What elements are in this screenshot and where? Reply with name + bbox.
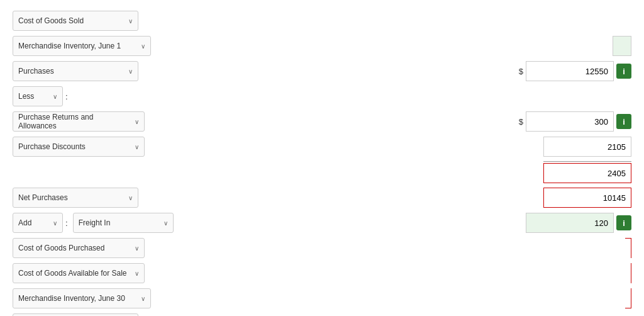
merchandise-june30-label: Merchandise Inventory, June 30 <box>18 294 125 303</box>
chevron-down-icon10: ∨ <box>135 245 139 252</box>
freight-in-info-button[interactable]: i <box>616 215 631 230</box>
net-purchases-input[interactable] <box>543 188 631 208</box>
cost-of-goods-purchased-row: Cost of Goods Purchased ∨ <box>13 237 631 259</box>
less-dropdown[interactable]: Less ∨ <box>13 86 63 106</box>
purchase-returns-info-button[interactable]: i <box>616 114 631 129</box>
merchandise-june30-dropdown[interactable]: Merchandise Inventory, June 30 ∨ <box>13 288 151 308</box>
merchandise-june30-row: Merchandise Inventory, June 30 ∨ <box>13 288 631 309</box>
purchase-discounts-row: Purchase Discounts ∨ <box>13 136 631 157</box>
purchases-row: Purchases ∨ $ i <box>13 60 631 82</box>
colon1-label: : <box>65 92 68 101</box>
purchases-input[interactable] <box>526 61 614 81</box>
cost-of-goods-purchased-dropdown[interactable]: Cost of Goods Purchased ∨ <box>13 238 145 258</box>
info-icon2: i <box>623 117 625 127</box>
less-row: Less ∨ : <box>13 86 631 107</box>
purchase-returns-dropdown[interactable]: Purchase Returns and Allowances ∨ <box>13 111 145 132</box>
add-label: Add <box>18 218 31 227</box>
cost-of-goods-sold-row: Cost of Goods Sold ∨ <box>13 10 631 31</box>
freight-in-dropdown[interactable]: Freight In ∨ <box>73 213 174 233</box>
chevron-down-icon: ∨ <box>128 18 133 25</box>
chevron-down-icon4: ∨ <box>53 93 57 100</box>
purchase-returns-input[interactable] <box>526 111 614 132</box>
merchandise-june1-dropdown[interactable]: Merchandise Inventory, June 1 ∨ <box>13 36 151 56</box>
merchandise-june1-input[interactable] <box>613 36 631 56</box>
purchase-discounts-input[interactable] <box>543 137 631 157</box>
cost-of-goods-purchased-label: Cost of Goods Purchased <box>18 244 104 252</box>
chevron-down-icon11: ∨ <box>135 270 139 277</box>
net-purchases-dropdown[interactable]: Net Purchases ∨ <box>13 188 138 208</box>
cost-of-goods-sold-dropdown[interactable]: Cost of Goods Sold ∨ <box>13 11 138 31</box>
net-purchases-label: Net Purchases <box>18 193 68 202</box>
cost-of-goods-available-label: Cost of Goods Available for Sale <box>18 269 127 278</box>
purchase-returns-dollar: $ <box>519 117 523 127</box>
chevron-down-icon8: ∨ <box>53 220 57 227</box>
total-deductions-input[interactable] <box>543 163 631 183</box>
merchandise-june1-row: Merchandise Inventory, June 1 ∨ <box>13 35 631 57</box>
cost-of-goods-available-row: Cost of Goods Available for Sale ∨ <box>13 262 631 284</box>
total-deductions-row <box>13 161 631 183</box>
cost-of-goods-sold2-row: Cost of Goods Sold ∨ <box>13 313 631 316</box>
chevron-down-icon9: ∨ <box>164 220 168 227</box>
chevron-down-icon6: ∨ <box>135 144 139 150</box>
cost-of-goods-sold-label: Cost of Goods Sold <box>18 16 84 25</box>
purchases-dollar: $ <box>519 67 523 76</box>
chevron-down-icon12: ∨ <box>141 295 145 302</box>
freight-in-row: Add ∨ : Freight In ∨ i <box>13 212 631 234</box>
net-purchases-row: Net Purchases ∨ <box>13 187 631 208</box>
chevron-down-icon7: ∨ <box>128 195 133 201</box>
merchandise-june1-label: Merchandise Inventory, June 1 <box>18 42 121 50</box>
purchases-label: Purchases <box>18 67 54 76</box>
purchases-info-button[interactable]: i <box>616 64 631 79</box>
chevron-down-icon3: ∨ <box>128 68 133 75</box>
cost-of-goods-sold2-dropdown[interactable]: Cost of Goods Sold ∨ <box>13 313 138 316</box>
freight-in-input[interactable] <box>526 213 614 233</box>
purchase-returns-label: Purchase Returns and Allowances <box>18 113 130 130</box>
chevron-down-icon2: ∨ <box>141 43 145 50</box>
less-label: Less <box>18 92 34 101</box>
purchase-discounts-label: Purchase Discounts <box>18 142 86 151</box>
add-dropdown[interactable]: Add ∨ <box>13 213 63 233</box>
info-icon: i <box>623 67 625 76</box>
colon2-label: : <box>65 218 68 228</box>
purchases-dropdown[interactable]: Purchases ∨ <box>13 61 138 81</box>
purchase-discounts-dropdown[interactable]: Purchase Discounts ∨ <box>13 137 145 157</box>
freight-in-label: Freight In <box>79 218 111 227</box>
purchase-returns-row: Purchase Returns and Allowances ∨ $ i <box>13 111 631 132</box>
main-container: Cost of Goods Sold ∨ Merchandise Invento… <box>0 0 644 316</box>
info-icon3: i <box>623 218 625 228</box>
cost-of-goods-available-dropdown[interactable]: Cost of Goods Available for Sale ∨ <box>13 263 145 283</box>
chevron-down-icon5: ∨ <box>135 118 139 125</box>
